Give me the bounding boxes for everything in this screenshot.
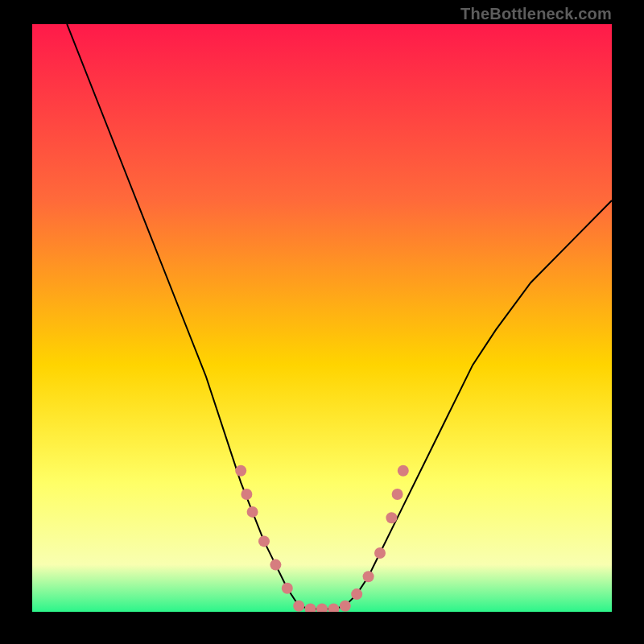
chart-stage: TheBottleneck.com [0, 0, 644, 644]
data-marker [241, 489, 252, 500]
data-marker [351, 588, 362, 600]
data-marker [282, 583, 293, 594]
data-marker [293, 601, 304, 612]
watermark-text: TheBottleneck.com [460, 5, 612, 23]
data-marker [247, 506, 258, 518]
data-marker [258, 535, 270, 547]
data-marker [340, 601, 351, 612]
data-marker [374, 547, 386, 559]
data-marker [235, 465, 246, 477]
data-marker [386, 512, 397, 523]
bottleneck-curve [67, 24, 612, 609]
marker-group [235, 465, 409, 612]
data-marker [392, 489, 403, 500]
data-marker [305, 603, 316, 612]
curve-layer [32, 24, 612, 612]
data-marker [328, 603, 339, 612]
data-marker [316, 603, 328, 612]
data-marker [270, 559, 281, 571]
data-marker [398, 465, 409, 477]
data-marker [363, 571, 374, 582]
plot-area [32, 24, 612, 612]
